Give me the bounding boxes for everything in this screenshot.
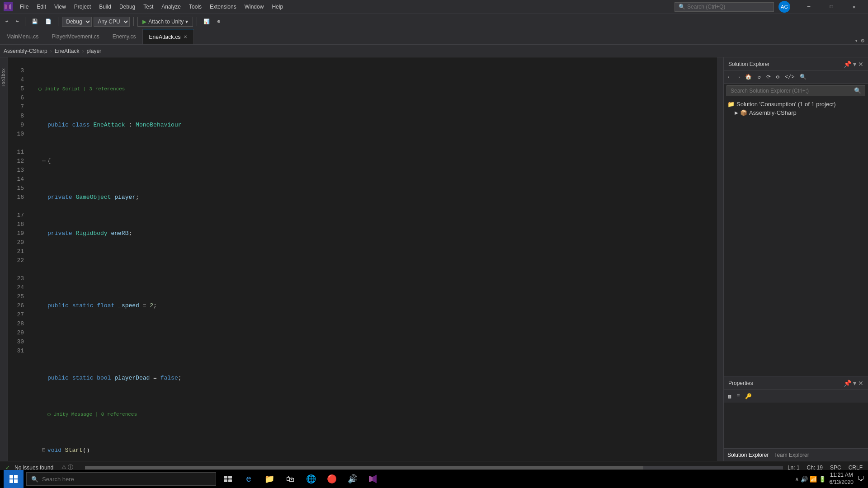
attach-to-unity-button[interactable]: ▶ Attach to Unity ▾ — [137, 17, 193, 27]
taskbar-chrome[interactable]: 🌐 — [302, 470, 320, 488]
minimize-button[interactable]: ─ — [798, 0, 819, 14]
maximize-button[interactable]: □ — [821, 0, 842, 14]
user-avatar: AG — [778, 1, 790, 13]
toolbar-undo[interactable]: ↩ — [3, 17, 11, 26]
taskbar-edge[interactable]: e — [240, 470, 258, 488]
taskbar-task-view[interactable] — [219, 470, 237, 488]
prop-key[interactable]: 🔑 — [743, 392, 754, 401]
menu-debug[interactable]: Debug — [116, 2, 139, 12]
breadcrumb-class[interactable]: EneAttack — [55, 48, 80, 54]
code-line-4: ─ { — [38, 157, 717, 166]
platform-select[interactable]: Any CPU — [94, 17, 130, 27]
sol-back[interactable]: ← — [726, 73, 733, 82]
tab-settings-icon[interactable]: ⚙ — [861, 37, 864, 44]
tab-playermovement-label: PlayerMovement.cs — [52, 33, 99, 40]
taskbar-explorer[interactable]: 📁 — [260, 470, 278, 488]
sol-search[interactable]: 🔍 — [797, 72, 809, 82]
vertical-scrollbar[interactable] — [717, 57, 723, 461]
sol-settings[interactable]: ⚙ — [774, 72, 782, 82]
prop-grid-view[interactable]: ▦ — [726, 392, 733, 401]
editor-content: 3 4 5 6 7 8 9 10 11 12 13 14 15 16 17 18… — [8, 57, 723, 461]
ln3: 3 — [8, 66, 28, 75]
system-tray-icons: ∧ 🔊 📶 🔋 — [795, 476, 826, 483]
menu-extensions[interactable]: Extensions — [206, 2, 240, 12]
start-button[interactable] — [4, 470, 24, 488]
toolbar-sep4 — [197, 17, 197, 26]
close-button[interactable]: ✕ — [844, 0, 864, 14]
taskbar-store[interactable]: 🛍 — [281, 470, 299, 488]
toolbar-new[interactable]: 📄 — [42, 17, 54, 26]
tab-mainmenu[interactable]: MainMenu.cs — [0, 29, 45, 44]
ln27: 27 — [8, 310, 28, 319]
menu-build[interactable]: Build — [95, 2, 115, 12]
code-area[interactable]: ◯ Unity Script | 3 references public cla… — [33, 57, 717, 461]
clock: 11:21 AM 6/13/2020 — [830, 472, 854, 486]
sol-home[interactable]: 🏠 — [743, 72, 754, 82]
solution-tree: 📁 Solution 'Consumption' (1 of 1 project… — [724, 98, 868, 376]
taskbar-app6[interactable]: 🔴 — [323, 470, 341, 488]
properties-close[interactable]: ✕ — [858, 380, 863, 387]
menu-edit[interactable]: Edit — [33, 2, 50, 12]
sol-sync[interactable]: ↺ — [755, 72, 763, 82]
tab-playermovement[interactable]: PlayerMovement.cs — [45, 29, 106, 44]
taskbar-search-input[interactable] — [42, 476, 211, 483]
menu-analyze[interactable]: Analyze — [158, 2, 184, 12]
assembly-icon: 📦 — [740, 109, 747, 116]
menu-help[interactable]: Help — [268, 2, 287, 12]
taskbar-volume[interactable]: 🔊 — [344, 470, 362, 488]
code-line-8: public static float _speed = 2; — [38, 301, 717, 310]
sol-refresh[interactable]: ⟳ — [764, 72, 773, 82]
taskbar-search-box[interactable]: 🔍 — [26, 472, 216, 486]
code-hint-3references: ◯ Unity Script | 3 references — [38, 84, 717, 94]
toolbar-analyze[interactable]: 📊 — [201, 17, 212, 26]
notification-icon[interactable]: 🗨 — [857, 475, 864, 483]
panel-dropdown-button[interactable]: ▾ — [853, 61, 856, 68]
tab-team-explorer[interactable]: Team Explorer — [774, 452, 809, 458]
tree-item-solution[interactable]: 📁 Solution 'Consumption' (1 of 1 project… — [724, 100, 868, 108]
line-ref-hint — [8, 57, 28, 66]
ln15: 15 — [8, 184, 28, 193]
ln17-hint — [8, 202, 28, 211]
attach-dropdown-arrow[interactable]: ▾ — [185, 19, 188, 25]
svg-rect-6 — [224, 479, 227, 482]
tab-solution-explorer[interactable]: Solution Explorer — [727, 452, 769, 458]
menu-tools[interactable]: Tools — [185, 2, 205, 12]
menu-search-box[interactable]: 🔍 — [675, 2, 774, 12]
solution-search-input[interactable] — [731, 88, 852, 94]
taskbar-vs[interactable] — [364, 470, 382, 488]
toolbar-settings[interactable]: ⚙ — [214, 17, 223, 26]
panel-pin-button[interactable]: 📌 — [844, 61, 851, 68]
prop-cat-view[interactable]: ≡ — [734, 392, 742, 401]
tab-bar: MainMenu.cs PlayerMovement.cs Enemy.cs E… — [0, 29, 868, 45]
play-icon: ▶ — [142, 19, 146, 25]
ln6: 6 — [8, 94, 28, 103]
menu-search-input[interactable] — [687, 4, 769, 10]
horizontal-scrollbar[interactable] — [85, 466, 783, 469]
solution-search-box[interactable]: 🔍 — [726, 85, 865, 96]
tab-eneattack[interactable]: EneAttack.cs ✕ — [143, 29, 194, 44]
toolbar-redo[interactable]: ↪ — [13, 17, 22, 26]
tab-eneattack-close[interactable]: ✕ — [184, 34, 187, 39]
sol-forward[interactable]: → — [734, 73, 742, 82]
code-hint-unity-start: ◯ Unity Message | 0 references — [38, 410, 717, 419]
sol-code-view[interactable]: </> — [783, 73, 797, 82]
tab-enemy[interactable]: Enemy.cs — [106, 29, 143, 44]
menu-file[interactable]: File — [16, 2, 32, 12]
menu-project[interactable]: Project — [71, 2, 94, 12]
debug-config-select[interactable]: Debug — [62, 17, 92, 27]
time-display: 11:21 AM — [830, 472, 854, 479]
panel-close-button[interactable]: ✕ — [858, 61, 863, 68]
properties-dropdown[interactable]: ▾ — [853, 380, 856, 387]
tree-item-assembly[interactable]: ▶ 📦 Assembly-CSharp — [724, 108, 868, 117]
toolbar-save[interactable]: 💾 — [29, 17, 41, 26]
breadcrumb-member[interactable]: player — [86, 48, 101, 54]
properties-pin[interactable]: 📌 — [844, 380, 851, 387]
tab-list-icon[interactable]: ▾ — [854, 37, 858, 44]
code-line-3: public class EneAttack : MonoBehaviour — [38, 121, 717, 130]
menu-view[interactable]: View — [51, 2, 70, 12]
breadcrumb-sep2: › — [82, 48, 84, 54]
menu-test[interactable]: Test — [140, 2, 157, 12]
ln10-hint — [8, 139, 28, 148]
breadcrumb-assembly[interactable]: Assembly-CSharp — [4, 48, 47, 54]
menu-window[interactable]: Window — [241, 2, 268, 12]
